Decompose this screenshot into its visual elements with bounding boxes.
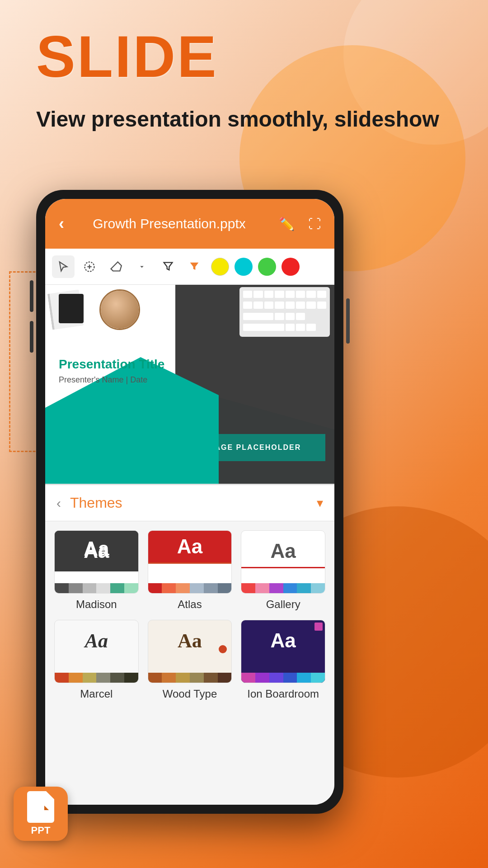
drawing-toolbar <box>45 249 334 285</box>
theme-label-marcel: Marcel <box>80 688 113 700</box>
color-green[interactable] <box>258 258 276 276</box>
cursor-tool[interactable] <box>52 255 75 278</box>
theme-thumb-woodtype: Aa <box>148 620 232 683</box>
slide-keyboard-item <box>239 287 330 337</box>
theme-label-woodtype: Wood Type <box>163 688 217 700</box>
themes-grid: Aa Mad <box>45 521 334 620</box>
themes-dropdown-button[interactable]: ▾ <box>317 495 323 510</box>
fullscreen-icon[interactable]: ⛶ <box>308 217 321 231</box>
theme-thumb-gallery: Aa <box>241 530 325 594</box>
color-yellow[interactable] <box>211 258 229 276</box>
color-cyan[interactable] <box>235 258 253 276</box>
color-red[interactable] <box>282 258 300 276</box>
themes-header: ‹ Themes ▾ <box>45 485 334 521</box>
theme-label-gallery: Gallery <box>266 598 300 611</box>
theme-thumb-madison: Aa <box>54 530 139 594</box>
marcel-swatches <box>55 673 138 683</box>
slide-subtitle: Presenter's Name | Date <box>59 375 147 385</box>
atlas-swatches <box>148 583 232 593</box>
phone-screen: ‹ Growth Presentation.pptx ✏️ ⛶ <box>45 199 334 805</box>
slide-tablet-item <box>59 294 84 323</box>
phone-mockup: ‹ Growth Presentation.pptx ✏️ ⛶ <box>36 190 488 814</box>
slide-title: Presentation Title <box>59 357 164 372</box>
theme-thumb-atlas: Aa <box>148 530 232 594</box>
theme-item-ionboardroom[interactable]: Aa Ion <box>241 620 325 700</box>
theme-item-atlas[interactable]: Aa <box>148 530 232 611</box>
volume-up-button <box>30 280 33 312</box>
woodtype-swatches <box>148 673 232 683</box>
ppt-app-icon[interactable]: PPT <box>14 787 68 841</box>
eraser-tool[interactable] <box>104 255 127 278</box>
highlight-tool[interactable] <box>183 255 206 278</box>
theme-item-marcel[interactable]: Aa Mar <box>54 620 139 700</box>
theme-label-madison: Madison <box>76 598 117 611</box>
madison-swatches <box>55 583 138 593</box>
theme-item-woodtype[interactable]: Aa <box>148 620 232 700</box>
theme-item-gallery[interactable]: Aa <box>241 530 325 611</box>
add-tool[interactable] <box>78 255 101 278</box>
slide-canvas: Presentation Title Presenter's Name | Da… <box>45 285 334 484</box>
ppt-doc-icon <box>27 791 54 823</box>
ppt-label: PPT <box>31 825 51 836</box>
app-header: ‹ Growth Presentation.pptx ✏️ ⛶ <box>45 199 334 249</box>
hero-section: SLIDE View presentation smoothly, slides… <box>36 27 452 134</box>
volume-down-button <box>30 321 33 353</box>
edit-icon[interactable]: ✏️ <box>279 217 295 231</box>
hero-title: SLIDE <box>36 27 452 86</box>
theme-item-madison[interactable]: Aa Mad <box>54 530 139 611</box>
theme-label-ionboardroom: Ion Boardroom <box>247 688 319 700</box>
power-button <box>346 298 350 344</box>
themes-panel: ‹ Themes ▾ Aa <box>45 485 334 805</box>
theme-thumb-marcel: Aa <box>54 620 139 683</box>
eraser-dropdown[interactable] <box>131 255 153 278</box>
phone-body: ‹ Growth Presentation.pptx ✏️ ⛶ <box>36 190 343 814</box>
theme-thumb-ionboardroom: Aa <box>241 620 325 683</box>
themes-back-button[interactable]: ‹ <box>56 495 61 511</box>
ionboardroom-swatches <box>241 673 325 683</box>
theme-label-atlas: Atlas <box>178 598 202 611</box>
slide-coffee-item <box>99 289 140 330</box>
hero-subtitle: View presentation smoothly, slideshow <box>36 104 452 134</box>
themes-partial-row: Aa Mar <box>45 620 334 709</box>
document-title: Growth Presentation.pptx <box>73 216 265 231</box>
app-content: ‹ Growth Presentation.pptx ✏️ ⛶ <box>45 199 334 805</box>
themes-title: Themes <box>70 495 308 511</box>
gallery-swatches <box>241 583 325 593</box>
filter-tool[interactable] <box>157 255 179 278</box>
svg-rect-3 <box>34 806 44 819</box>
back-button[interactable]: ‹ <box>59 214 64 233</box>
